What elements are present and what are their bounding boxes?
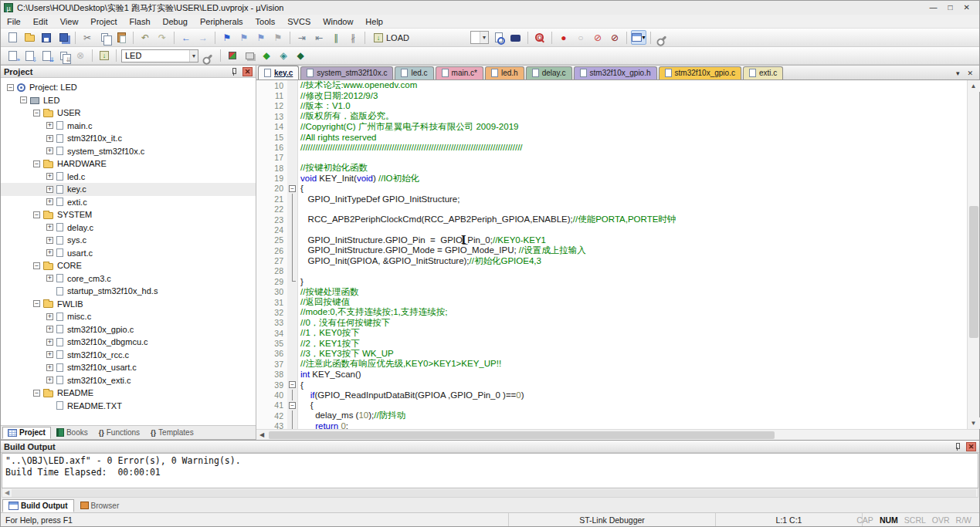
fold-column[interactable]: − [287, 380, 298, 390]
expand-icon[interactable]: + [46, 326, 53, 333]
collapse-icon[interactable]: − [20, 96, 27, 103]
collapse-icon[interactable]: − [33, 300, 40, 307]
menu-window[interactable]: Window [317, 16, 359, 27]
expand-icon[interactable]: + [46, 135, 53, 142]
kill-all-breakpoints-icon[interactable]: ⊘ [607, 30, 622, 45]
menu-tools[interactable]: Tools [249, 16, 282, 27]
menu-help[interactable]: Help [359, 16, 389, 27]
pin-icon[interactable] [955, 443, 960, 451]
fold-collapse-icon[interactable]: − [289, 402, 296, 409]
find-in-files-icon[interactable] [491, 30, 507, 45]
bottom-tab-browser[interactable]: Browser [74, 499, 126, 512]
expand-icon[interactable]: + [46, 198, 53, 205]
disable-all-breakpoints-icon[interactable]: ⊘ [590, 30, 605, 45]
tree-item-stm32f10x-rcc-c[interactable]: +stm32f10x_rcc.c [1, 349, 256, 362]
horizontal-scroll-thumb[interactable] [269, 431, 775, 439]
menu-project[interactable]: Project [84, 16, 123, 27]
tree-item-main-c[interactable]: +main.c [1, 120, 256, 133]
collapse-icon[interactable]: − [7, 84, 14, 91]
editor-tab-main-c-[interactable]: main.c* [436, 66, 483, 79]
menu-edit[interactable]: Edit [27, 16, 54, 27]
expand-icon[interactable]: + [46, 186, 53, 193]
editor-tab-key-c[interactable]: key.c [258, 66, 299, 79]
build-output-scrollbar[interactable]: ◀ [2, 488, 978, 498]
menu-peripherals[interactable]: Peripherals [194, 16, 249, 27]
outdent-icon[interactable]: ⇤ [311, 30, 327, 45]
expand-icon[interactable]: + [46, 122, 53, 129]
navigate-forward-icon[interactable]: → [195, 30, 211, 45]
close-document-button[interactable]: ✕ [967, 69, 973, 77]
tree-item-stm32f10x-dbgmcu-c[interactable]: +stm32f10x_dbgmcu.c [1, 336, 256, 349]
editor-tab-delay-c[interactable]: delay.c [526, 66, 572, 79]
menu-file[interactable]: File [1, 16, 27, 27]
target-options-icon[interactable] [201, 49, 216, 63]
tree-item-project-led[interactable]: −Project: LED [1, 81, 256, 94]
editor-tab-stm32f10x-gpio-h[interactable]: stm32f10x_gpio.h [574, 66, 657, 79]
next-bookmark-icon[interactable]: ⚑ [236, 30, 252, 45]
select-packs-icon[interactable]: ◈ [276, 49, 291, 63]
copy-icon[interactable] [97, 30, 112, 45]
tree-item-user[interactable]: −USER [1, 106, 256, 120]
tree-item-stm32f10x-usart-c[interactable]: +stm32f10x_usart.c [1, 361, 256, 374]
paste-icon[interactable] [114, 30, 129, 45]
menu-view[interactable]: View [54, 16, 85, 27]
previous-bookmark-icon[interactable]: ⚑ [253, 30, 269, 45]
toggle-breakpoint-icon[interactable]: ● [556, 30, 571, 45]
tree-item-led[interactable]: −LED [1, 94, 256, 107]
expand-icon[interactable]: + [46, 173, 53, 180]
editor-vertical-scrollbar[interactable]: ▲ ▼ [967, 80, 979, 429]
code-editor[interactable]: 10//技术论坛:www.openedv.com11//修改日期:2012/9/… [256, 80, 967, 429]
menu-svcs[interactable]: SVCS [281, 16, 317, 27]
tree-item-readme[interactable]: −README [1, 387, 256, 400]
tab-list-button[interactable]: ▾ [956, 69, 960, 77]
editor-tab-stm32f10x-gpio-c[interactable]: stm32f10x_gpio.c [659, 66, 741, 79]
tree-item-key-c[interactable]: +key.c [1, 183, 256, 196]
batch-build-icon[interactable]: ⇊ [56, 49, 71, 63]
panel-tab-templates[interactable]: {}Templates [145, 427, 199, 439]
stop-build-icon[interactable]: ⊗ [73, 49, 88, 63]
open-file-icon[interactable] [22, 30, 37, 45]
bottom-tab-build-output[interactable]: Build Output [2, 499, 74, 512]
tree-item-core-cm3-c[interactable]: +core_cm3.c [1, 272, 256, 285]
panel-tab-books[interactable]: Books [51, 427, 93, 439]
expand-icon[interactable]: + [46, 249, 53, 256]
editor-horizontal-scrollbar[interactable]: ◀ [256, 429, 979, 440]
scroll-left-icon[interactable]: ◀ [256, 431, 267, 440]
fold-column[interactable]: − [287, 184, 298, 194]
multiple-projects-icon[interactable] [242, 49, 257, 63]
close-panel-button[interactable]: ✕ [242, 67, 253, 76]
find-icon[interactable] [508, 30, 524, 45]
debug-windows-icon[interactable]: ▾ [631, 30, 646, 45]
insert-bookmark-icon[interactable]: ⚑ [219, 30, 235, 45]
find-text-combo[interactable]: ▾ [470, 31, 489, 44]
search-icon[interactable]: Q [532, 30, 548, 45]
chevron-down-icon[interactable]: ▾ [480, 32, 488, 43]
maximize-button[interactable]: □ [948, 2, 953, 14]
expand-icon[interactable]: + [46, 313, 53, 320]
expand-icon[interactable]: + [46, 147, 53, 154]
tree-item-stm32f10x-it-c[interactable]: +stm32f10x_it.c [1, 132, 256, 145]
save-all-icon[interactable] [56, 30, 71, 45]
tree-item-led-c[interactable]: +led.c [1, 171, 256, 184]
target-select[interactable]: LED▾ [121, 49, 198, 62]
undo-icon[interactable]: ↶ [137, 30, 153, 45]
collapse-icon[interactable]: − [33, 110, 40, 117]
editor-tab-exti-c[interactable]: exti.c [743, 66, 783, 79]
tree-item-sys-c[interactable]: +sys.c [1, 234, 256, 247]
tree-item-core[interactable]: −CORE [1, 259, 256, 272]
flash-download-icon[interactable]: ↓ [97, 49, 112, 63]
tree-item-exti-c[interactable]: +exti.c [1, 196, 256, 209]
close-panel-button[interactable]: ✕ [966, 442, 976, 451]
tree-item-misc-c[interactable]: +misc.c [1, 310, 256, 323]
scroll-left-icon[interactable]: ◀ [2, 489, 12, 497]
collapse-icon[interactable]: − [33, 160, 40, 167]
menu-flash[interactable]: Flash [124, 16, 157, 27]
configure-icon[interactable] [655, 30, 670, 45]
clear-bookmarks-icon[interactable]: ⚑ [270, 30, 286, 45]
chevron-down-icon[interactable]: ▾ [189, 50, 198, 62]
fold-collapse-icon[interactable]: − [289, 381, 296, 388]
expand-icon[interactable]: + [46, 224, 53, 231]
manage-components-icon[interactable] [225, 49, 240, 63]
save-icon[interactable] [39, 30, 54, 45]
expand-icon[interactable]: + [46, 275, 53, 282]
